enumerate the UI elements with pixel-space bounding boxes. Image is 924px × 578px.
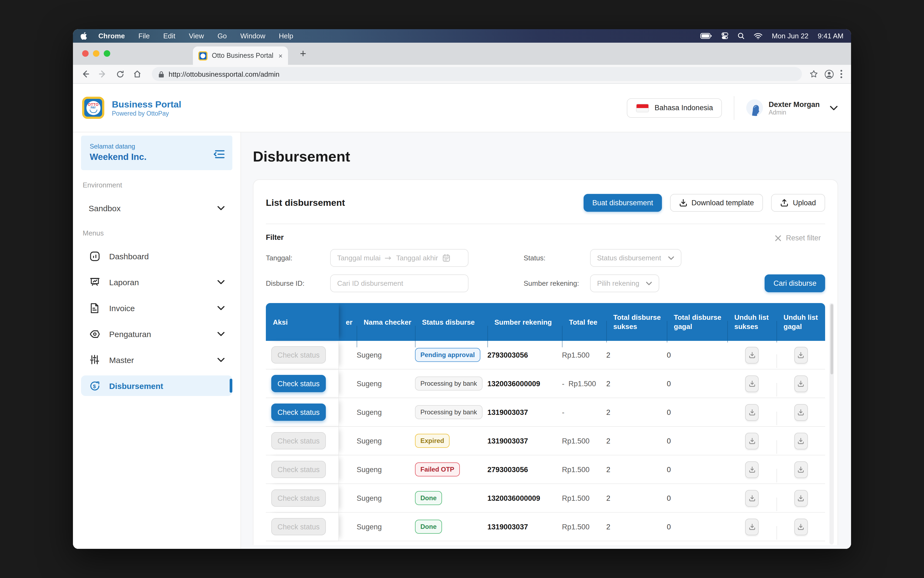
language-selector[interactable]: Bahasa Indonesia: [627, 98, 722, 117]
download-list-gagal-button[interactable]: [794, 404, 807, 421]
download-icon: [797, 495, 804, 502]
filter-title: Filter: [266, 233, 825, 242]
download-list-sukses-button[interactable]: [745, 346, 758, 363]
buat-disbursement-button[interactable]: Buat disbursement: [584, 194, 662, 212]
status-dropdown[interactable]: Status disbursement: [590, 249, 681, 267]
download-list-sukses-button[interactable]: [745, 375, 758, 392]
download-list-gagal-button[interactable]: [794, 518, 807, 535]
download-list-gagal-button[interactable]: [794, 461, 807, 478]
menubar-item-help[interactable]: Help: [279, 32, 294, 40]
check-status-button[interactable]: Check status: [271, 404, 326, 421]
download-list-gagal-button[interactable]: [794, 490, 807, 507]
user-menu-chevron-icon[interactable]: [830, 105, 838, 110]
cell-total-fee: Rp1.500: [562, 523, 606, 531]
close-window-button[interactable]: [82, 50, 89, 57]
user-avatar[interactable]: [747, 99, 763, 116]
download-list-sukses-button[interactable]: [745, 490, 758, 507]
settings-icon: [89, 328, 101, 339]
check-status-button[interactable]: Check status: [271, 375, 326, 392]
sidebar-item-disbursement[interactable]: $ Disbursement: [81, 375, 232, 396]
browser-tab[interactable]: Otto Business Portal ×: [193, 47, 288, 65]
check-status-button: Check status: [271, 461, 326, 478]
download-icon: [679, 199, 687, 207]
home-icon[interactable]: [130, 67, 144, 81]
control-center-icon[interactable]: [722, 32, 729, 39]
menubar-item-edit[interactable]: Edit: [163, 32, 175, 40]
menubar-item-file[interactable]: File: [138, 32, 150, 40]
cell-status-disburse: Processing by bank: [415, 377, 487, 391]
download-list-sukses-button[interactable]: [745, 461, 758, 478]
wifi-icon[interactable]: [754, 32, 763, 39]
reset-filter-button[interactable]: Reset filter: [775, 234, 821, 242]
download-icon: [797, 351, 804, 359]
menubar-item-chrome[interactable]: Chrome: [98, 32, 125, 40]
bookmark-star-icon[interactable]: [809, 70, 818, 78]
disburse-id-input[interactable]: [330, 274, 468, 292]
browser-menu-icon[interactable]: [840, 70, 843, 78]
sidebar-item-pengaturan[interactable]: Pengaturan: [81, 323, 232, 344]
forward-icon[interactable]: [96, 67, 110, 81]
chevron-down-icon: [646, 281, 652, 286]
sidebar-item-master[interactable]: Master: [81, 349, 232, 370]
battery-icon[interactable]: [701, 33, 713, 39]
table-header-row: Aksi er Nama checker Status disburse Sum…: [266, 303, 825, 341]
back-icon[interactable]: [78, 67, 93, 81]
rekening-dropdown[interactable]: Pilih rekening: [590, 274, 659, 292]
browser-window: Chrome File Edit View Go Window Help Mon…: [73, 29, 851, 549]
download-icon: [749, 523, 755, 530]
download-list-gagal-button[interactable]: [794, 375, 807, 392]
menubar-item-view[interactable]: View: [189, 32, 204, 40]
reload-icon[interactable]: [113, 67, 127, 81]
apple-menu-icon[interactable]: [81, 32, 88, 40]
sidebar-item-laporan[interactable]: Laporan: [81, 272, 232, 292]
tanggal-mulai-placeholder[interactable]: Tanggal mulai: [337, 254, 380, 262]
cell-sumber-rekening: 1320036000009: [487, 380, 562, 388]
sidebar-item-dashboard[interactable]: Dashboard: [81, 246, 232, 266]
date-range-input[interactable]: Tanggal mulai Tanggal akhir: [330, 249, 468, 267]
spotlight-search-icon[interactable]: [738, 32, 745, 39]
table-row: Check status Sugeng Expired 1319003037 R…: [266, 427, 825, 455]
download-list-gagal-button[interactable]: [794, 432, 807, 449]
download-list-sukses-button[interactable]: [745, 518, 758, 535]
address-bar[interactable]: http://ottobusinessportal.com/admin: [152, 67, 802, 81]
cell-sumber-rekening: 2793003056: [487, 351, 562, 359]
cari-disburse-button[interactable]: Cari disburse: [765, 274, 825, 292]
cell-nama-checker: Sugeng: [357, 437, 415, 445]
table-scrollbar[interactable]: [830, 303, 834, 544]
minimize-window-button[interactable]: [93, 50, 99, 57]
status-badge: Processing by bank: [415, 405, 482, 419]
profile-icon[interactable]: [825, 70, 834, 79]
sidebar-collapse-icon[interactable]: [213, 149, 225, 159]
menubar-time[interactable]: 9:41 AM: [818, 32, 843, 40]
cell-total-fee: Rp1.500: [562, 494, 606, 502]
url-text: http://ottobusinessportal.com/admin: [169, 70, 279, 78]
tab-strip: Otto Business Portal × +: [73, 43, 851, 65]
status-badge: Done: [415, 491, 442, 505]
tanggal-akhir-placeholder[interactable]: Tanggal akhir: [396, 254, 438, 262]
environment-value: Sandbox: [89, 203, 120, 213]
cell-total-disburse-sukses: 2: [606, 380, 667, 388]
list-disbursement-card: List disbursement Buat disbursement Down…: [253, 179, 838, 545]
menubar-date[interactable]: Mon Jun 22: [772, 32, 809, 40]
download-list-sukses-button[interactable]: [745, 432, 758, 449]
tab-close-icon[interactable]: ×: [279, 52, 283, 60]
column-header-maker-partial: er: [339, 317, 357, 326]
download-list-sukses-button[interactable]: [745, 404, 758, 421]
sidebar-item-invoice[interactable]: Invoice: [81, 298, 232, 318]
new-tab-button[interactable]: +: [300, 48, 306, 59]
tanggal-label: Tanggal:: [266, 254, 330, 262]
table-row: Check status Sugeng Failed OTP 279300305…: [266, 455, 825, 484]
menubar-item-window[interactable]: Window: [240, 32, 266, 40]
zoom-window-button[interactable]: [104, 50, 110, 57]
download-template-button[interactable]: Download template: [670, 194, 763, 212]
status-badge: Done: [415, 520, 442, 534]
cell-status-disburse: Pending approval: [415, 348, 487, 362]
environment-selector[interactable]: Sandbox: [81, 198, 232, 218]
upload-button[interactable]: Upload: [771, 194, 825, 212]
download-icon: [749, 466, 755, 473]
user-role: Admin: [769, 109, 820, 115]
download-list-gagal-button[interactable]: [794, 346, 807, 363]
cell-nama-checker: Sugeng: [357, 494, 415, 502]
column-header-checker: Nama checker: [357, 317, 415, 326]
menubar-item-go[interactable]: Go: [218, 32, 227, 40]
